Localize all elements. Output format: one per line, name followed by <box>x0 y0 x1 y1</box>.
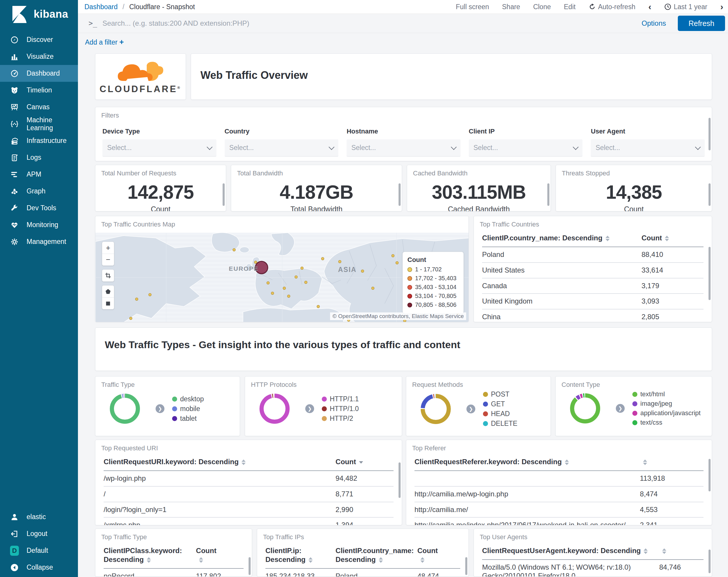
fit-data-bounds-icon[interactable] <box>102 270 114 281</box>
column-header[interactable]: ClientIP.country_name: Descending <box>482 230 642 247</box>
legend-item[interactable]: HEAD <box>483 410 517 418</box>
time-range-picker[interactable]: Last 1 year <box>664 3 707 11</box>
sidebar-item-discover[interactable]: Discover <box>0 31 78 48</box>
clone-button[interactable]: Clone <box>533 3 551 11</box>
column-header[interactable]: Count <box>417 543 460 569</box>
kibana-logo[interactable]: kibana <box>0 0 78 28</box>
breadcrumb-dashboard-link[interactable]: Dashboard <box>84 3 118 10</box>
sidebar-item-space-default[interactable]: D Default <box>0 542 78 559</box>
column-header[interactable]: ClientRequestUserAgent.keyword: Descendi… <box>482 543 659 559</box>
sidebar-item-monitoring[interactable]: Monitoring <box>0 217 78 233</box>
legend-item[interactable]: image/jpeg <box>632 400 701 407</box>
traffic-type-donut[interactable] <box>107 391 142 426</box>
draw-polygon-icon[interactable] <box>102 285 114 297</box>
add-filter-link[interactable]: Add a filter + <box>85 37 124 47</box>
legend-item[interactable]: text/css <box>632 419 701 426</box>
filter-select[interactable]: Select... <box>346 140 461 156</box>
table-row[interactable]: http://camilia.me/wp-login.php 8,474 <box>415 486 703 502</box>
table-row[interactable]: 113,918 <box>415 471 703 486</box>
table-row[interactable]: / 8,771 <box>104 486 393 502</box>
request-methods-donut[interactable] <box>418 391 453 427</box>
refresh-button[interactable]: Refresh <box>678 16 725 31</box>
fullscreen-button[interactable]: Full screen <box>456 3 489 11</box>
column-header[interactable] <box>640 454 703 471</box>
legend-item[interactable]: desktop <box>172 395 204 403</box>
sidebar-item-apm[interactable]: APM <box>0 166 78 183</box>
draw-rectangle-icon[interactable] <box>102 297 114 309</box>
scrollbar-thumb[interactable] <box>398 183 400 206</box>
auto-refresh-button[interactable]: Auto-refresh <box>589 3 635 11</box>
edit-button[interactable]: Edit <box>564 3 576 11</box>
sidebar-item-graph[interactable]: Graph <box>0 183 78 200</box>
legend-toggle-icon[interactable]: ❯ <box>156 404 164 413</box>
column-header[interactable]: ClientIP.country_name: Descending <box>336 543 417 569</box>
sidebar-item-visualize[interactable]: Visualize <box>0 48 78 65</box>
legend-item[interactable]: HTTP/1.0 <box>322 405 359 413</box>
sidebar-item-dashboard[interactable]: Dashboard <box>0 65 78 82</box>
table-row[interactable]: noRecord 117,802 <box>104 569 243 577</box>
legend-toggle-icon[interactable]: ❯ <box>466 405 475 413</box>
legend-toggle-icon[interactable]: ❯ <box>305 404 314 413</box>
table-row[interactable]: /login/?login_only=1 2,990 <box>104 502 393 518</box>
column-header[interactable]: ClientIP.ip: Descending <box>265 543 336 569</box>
column-header[interactable]: Count <box>336 454 393 471</box>
time-back-icon[interactable]: ‹ <box>648 2 651 12</box>
time-forward-icon[interactable]: › <box>720 2 723 12</box>
search-input[interactable] <box>102 19 642 27</box>
world-map[interactable]: EUROPE ASIA + − Count <box>95 233 468 322</box>
scrollbar-thumb[interactable] <box>708 550 710 573</box>
legend-item[interactable]: POST <box>483 391 517 398</box>
sidebar-item-logs[interactable]: Logs <box>0 149 78 166</box>
column-header[interactable]: ClientRequestReferer.keyword: Descending <box>415 454 640 471</box>
zoom-out-button[interactable]: − <box>102 254 114 266</box>
legend-item[interactable]: application/javascript <box>632 409 701 417</box>
column-header[interactable]: ClientIPClass.keyword: Descending <box>104 543 196 569</box>
scrollbar-thumb[interactable] <box>708 459 710 492</box>
table-row[interactable]: http://camilia.me/ 4,553 <box>415 502 703 518</box>
content-type-donut[interactable] <box>567 391 603 426</box>
sidebar-item-collapse[interactable]: Collapse <box>0 559 78 576</box>
table-row[interactable]: China 2,805 <box>482 309 703 322</box>
scrollbar-thumb[interactable] <box>249 557 251 575</box>
sidebar-item-dev-tools[interactable]: Dev Tools <box>0 200 78 217</box>
sidebar-item-infrastructure[interactable]: Infrastructure <box>0 132 78 149</box>
table-row[interactable]: United Kingdom 3,093 <box>482 294 703 309</box>
legend-item[interactable]: HTTP/1.1 <box>322 395 359 403</box>
column-header[interactable]: Count <box>196 543 243 569</box>
legend-item[interactable]: GET <box>483 400 517 408</box>
filter-select[interactable]: Select... <box>102 140 216 156</box>
legend-item[interactable]: text/html <box>632 391 701 398</box>
column-header[interactable]: ClientRequestURI.keyword: Descending <box>104 454 336 471</box>
table-row[interactable]: Poland 88,410 <box>482 247 703 262</box>
sidebar-item-user[interactable]: elastic <box>0 508 78 525</box>
scrollbar-thumb[interactable] <box>223 183 225 206</box>
table-row[interactable]: United States 33,614 <box>482 262 703 278</box>
filter-select[interactable]: Select... <box>469 140 583 156</box>
options-link[interactable]: Options <box>642 19 666 27</box>
share-button[interactable]: Share <box>502 3 520 11</box>
scrollbar-thumb[interactable] <box>708 247 710 300</box>
zoom-in-button[interactable]: + <box>102 242 114 254</box>
filter-select[interactable]: Select... <box>591 140 705 156</box>
scrollbar-thumb[interactable] <box>547 183 549 206</box>
legend-item[interactable]: mobile <box>172 405 204 413</box>
sidebar-item-machine-learning[interactable]: Machine Learning <box>0 116 78 132</box>
scrollbar-thumb[interactable] <box>398 462 400 498</box>
scrollbar-thumb[interactable] <box>708 183 710 206</box>
sidebar-item-canvas[interactable]: Canvas <box>0 99 78 116</box>
table-row[interactable]: Canada 3,179 <box>482 278 703 294</box>
table-row[interactable]: /xmlrpc.php 1,394 <box>104 517 393 525</box>
sidebar-item-management[interactable]: Management <box>0 233 78 250</box>
table-row[interactable]: Mozilla/5.0 (Windows NT 6.1; WOW64; rv:1… <box>482 559 703 577</box>
legend-toggle-icon[interactable]: ❯ <box>616 404 625 413</box>
scrollbar-thumb[interactable] <box>708 118 710 150</box>
http-protocols-donut[interactable] <box>257 391 292 426</box>
column-header[interactable]: Count <box>642 230 703 247</box>
legend-item[interactable]: DELETE <box>483 420 517 428</box>
legend-item[interactable]: HTTP/2 <box>322 415 359 423</box>
table-row[interactable]: http://camilia.me/index.php/2017/06/17/w… <box>415 517 703 525</box>
filter-select[interactable]: Select... <box>225 140 339 156</box>
map-attribution[interactable]: © OpenStreetMap contributors, Elastic Ma… <box>330 312 466 320</box>
sidebar-item-timelion[interactable]: Timelion <box>0 82 78 99</box>
sidebar-item-logout[interactable]: Logout <box>0 525 78 542</box>
